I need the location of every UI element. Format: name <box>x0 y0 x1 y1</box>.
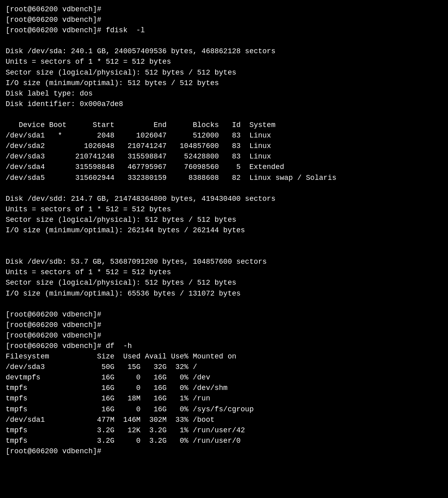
terminal-output: [root@606200 vdbench]# [root@606200 vdbe… <box>6 4 442 456</box>
terminal-window: [root@606200 vdbench]# [root@606200 vdbe… <box>6 4 442 456</box>
